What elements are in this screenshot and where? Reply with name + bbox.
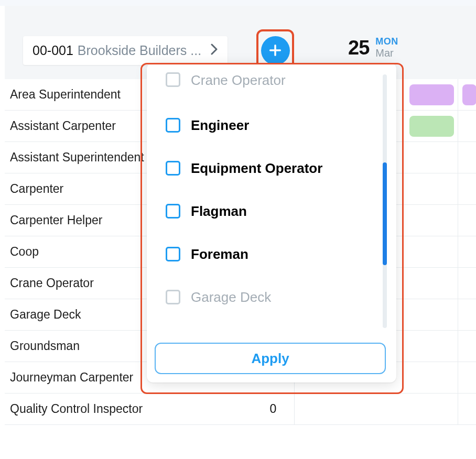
filter-option-label: Equipment Operator xyxy=(191,160,322,177)
list-item[interactable]: Quality Control Inspector 0 xyxy=(5,394,294,425)
plus-icon xyxy=(268,43,283,58)
filter-option[interactable]: Flagman xyxy=(166,190,392,233)
app-top-strip xyxy=(0,0,476,6)
schedule-bar[interactable] xyxy=(409,116,454,137)
filter-option[interactable]: Crane Operator xyxy=(166,72,392,104)
date-number: 25 xyxy=(348,37,369,59)
filter-option-label: Engineer xyxy=(191,117,249,134)
checkbox-icon[interactable] xyxy=(166,290,180,304)
filter-option[interactable]: Equipment Operator xyxy=(166,147,392,190)
checkbox-icon[interactable] xyxy=(166,118,180,133)
date-month: Mar xyxy=(375,47,398,59)
add-button[interactable] xyxy=(261,36,290,65)
grid-divider xyxy=(458,331,458,362)
grid-divider xyxy=(458,111,458,141)
grid-divider xyxy=(458,173,458,204)
project-code: 00-001 xyxy=(33,43,73,58)
date-day-of-week: MON xyxy=(375,36,398,47)
checkbox-icon[interactable] xyxy=(166,72,180,87)
filter-options-list[interactable]: Crane Operator Engineer Equipment Operat… xyxy=(147,72,392,323)
grid-divider xyxy=(458,236,458,267)
filter-option[interactable]: Engineer xyxy=(166,104,392,147)
filter-option[interactable]: Garage Deck xyxy=(166,276,392,319)
checkbox-icon[interactable] xyxy=(166,247,180,261)
grid-divider xyxy=(458,142,458,173)
checkbox-icon[interactable] xyxy=(166,161,180,176)
grid-divider xyxy=(458,268,458,299)
grid-divider xyxy=(458,362,458,393)
grid-divider xyxy=(458,205,458,236)
filter-popup: Crane Operator Engineer Equipment Operat… xyxy=(147,63,396,382)
apply-button[interactable]: Apply xyxy=(155,343,386,374)
grid-divider xyxy=(458,299,458,330)
schedule-row[interactable] xyxy=(295,394,476,425)
filter-option-label: Garage Deck xyxy=(191,289,271,305)
schedule-bar[interactable] xyxy=(409,84,454,105)
chevron-right-icon xyxy=(211,43,218,58)
scrollbar-thumb[interactable] xyxy=(383,162,387,265)
list-item-count: 0 xyxy=(257,402,289,416)
grid-divider xyxy=(458,79,458,110)
filter-option-label: Crane Operator xyxy=(191,72,286,89)
project-name: Brookside Builders ... xyxy=(78,43,205,58)
project-selector[interactable]: 00-001 Brookside Builders ... xyxy=(23,36,228,65)
filter-option[interactable]: Foreman xyxy=(166,233,392,276)
date-display: 25 MON Mar xyxy=(348,36,398,59)
filter-option-label: Flagman xyxy=(191,203,247,220)
grid-divider xyxy=(458,394,458,424)
filter-option-label: Foreman xyxy=(191,246,248,263)
checkbox-icon[interactable] xyxy=(166,204,180,218)
schedule-bar[interactable] xyxy=(462,84,476,105)
